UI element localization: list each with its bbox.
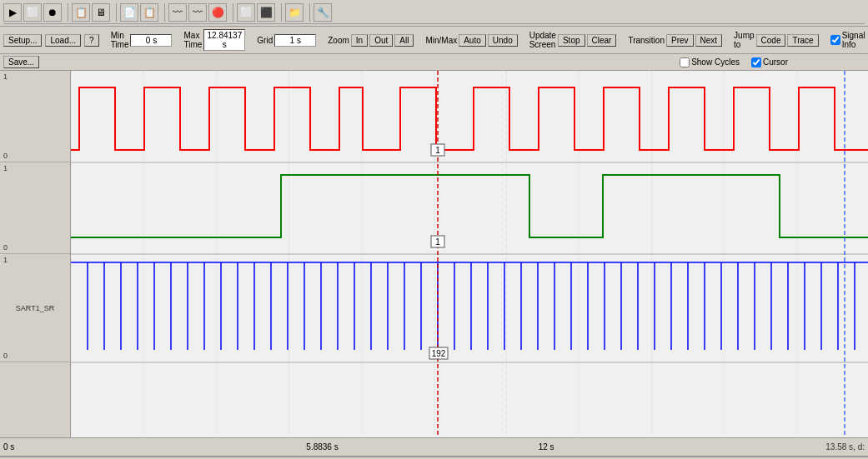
toolbar-btn-9[interactable]: 〰 bbox=[188, 3, 207, 22]
min-time-group: Min Time 0 s bbox=[111, 31, 173, 49]
cursor-checkbox-label[interactable]: Cursor bbox=[751, 57, 788, 67]
waveform-display[interactable]: 1 1 192 bbox=[71, 71, 868, 437]
toolbar-btn-2[interactable]: ⬜ bbox=[23, 3, 42, 22]
show-cycles-label: Show Cycles bbox=[691, 57, 740, 67]
sig3-hi: 1 bbox=[3, 256, 67, 264]
signal-row-label-1: 1 0 bbox=[0, 71, 70, 162]
stop-button[interactable]: Stop bbox=[558, 34, 585, 47]
separator-2 bbox=[113, 3, 117, 22]
signal-row-label-2: 1 0 bbox=[0, 162, 70, 254]
show-cycles-checkbox-label[interactable]: Show Cycles bbox=[680, 57, 740, 67]
toolbar-btn-12[interactable]: ⬛ bbox=[257, 3, 275, 22]
toolbar-btn-6[interactable]: 📄 bbox=[120, 3, 138, 22]
toolbar-btn-13[interactable]: 📁 bbox=[285, 3, 304, 22]
max-time-group: Max Time 12.84137 s bbox=[183, 29, 245, 51]
load-button[interactable]: Load... bbox=[45, 34, 81, 47]
zoom-all-button[interactable]: All bbox=[394, 34, 414, 47]
separator-1 bbox=[65, 3, 68, 22]
sig1-hi: 1 bbox=[3, 72, 67, 81]
show-cycles-checkbox[interactable] bbox=[680, 57, 690, 67]
svg-text:1: 1 bbox=[435, 237, 440, 247]
zoom-in-button[interactable]: In bbox=[351, 34, 368, 47]
trace-button[interactable]: Trace bbox=[787, 34, 818, 47]
toolbar-btn-14[interactable]: 🔧 bbox=[314, 3, 332, 22]
status-bar: 📄 Disassembly 📊 Logic Analyzer 📈 System … bbox=[0, 456, 868, 459]
toolbar-btn-4[interactable]: 📋 bbox=[72, 3, 90, 22]
auto-button[interactable]: Auto bbox=[459, 34, 486, 47]
jumpto-label: Jump to bbox=[734, 31, 754, 49]
cursor-label: Cursor bbox=[763, 57, 788, 67]
time-mid: 12 s bbox=[539, 442, 554, 452]
help-button[interactable]: ? bbox=[84, 34, 99, 47]
toolbar-btn-8[interactable]: 〰 bbox=[168, 3, 187, 22]
control-bar: Setup... Load... ? Min Time 0 s Max Time… bbox=[0, 27, 868, 54]
control-bar-2: Save... Show Cycles Cursor bbox=[0, 54, 868, 71]
zoom-label: Zoom bbox=[328, 36, 349, 45]
min-time-value: 0 s bbox=[130, 34, 172, 47]
icon-toolbar: ▶ ⬜ ⏺ 📋 🖥 📄 📋 〰 〰 🔴 ⬜ ⬛ 📁 🔧 bbox=[3, 2, 865, 24]
toolbar-btn-11[interactable]: ⬜ bbox=[237, 3, 255, 22]
separator-6 bbox=[307, 3, 310, 22]
min-time-label: Min Time bbox=[111, 31, 129, 49]
separator-4 bbox=[230, 3, 233, 22]
minmax-label: Min/Max bbox=[425, 36, 457, 45]
toolbar-btn-3[interactable]: ⏺ bbox=[43, 3, 62, 22]
time-end-cursor: 13.58 s, d: bbox=[825, 442, 865, 452]
prev-button[interactable]: Prev bbox=[666, 34, 694, 47]
toolbar-btn-7[interactable]: 📋 bbox=[140, 3, 158, 22]
signal-labels-panel: 1 0 1 0 1 SART1_SR 0 bbox=[0, 71, 71, 437]
undo-button[interactable]: Undo bbox=[488, 34, 518, 47]
sig1-lo: 0 bbox=[3, 152, 67, 160]
signal-row-label-3: 1 SART1_SR 0 bbox=[0, 254, 70, 362]
separator-5 bbox=[278, 3, 282, 22]
svg-text:192: 192 bbox=[432, 349, 446, 358]
time-axis-bar: 0 s 5.8836 s 12 s 13.58 s, d: bbox=[0, 437, 868, 456]
code-button[interactable]: Code bbox=[756, 34, 786, 47]
update-label: Update Screen bbox=[529, 31, 556, 49]
sig3-name: SART1_SR bbox=[3, 304, 67, 312]
transition-label: Transition bbox=[628, 36, 665, 45]
svg-text:1: 1 bbox=[435, 146, 440, 155]
sig2-hi: 1 bbox=[3, 164, 67, 172]
time-cursor: 5.8836 s bbox=[306, 442, 338, 452]
jumpto-group: Jump to Code Trace bbox=[734, 31, 819, 49]
grid-label: Grid bbox=[257, 36, 273, 45]
time-start: 0 s bbox=[3, 442, 14, 452]
save-button[interactable]: Save... bbox=[3, 56, 39, 68]
clear-button[interactable]: Clear bbox=[587, 34, 617, 47]
zoom-group: Zoom In Out All bbox=[328, 34, 414, 47]
cursor-time-value: 5.8836 s bbox=[306, 442, 338, 452]
main-waveform-area: 1 0 1 0 1 SART1_SR 0 bbox=[0, 71, 868, 437]
zoom-out-button[interactable]: Out bbox=[369, 34, 393, 47]
transition-group: Transition Prev Next bbox=[628, 34, 722, 47]
sig3-lo: 0 bbox=[3, 352, 67, 360]
setup-button[interactable]: Setup... bbox=[3, 34, 42, 47]
update-group: Update Screen Stop Clear bbox=[529, 31, 617, 49]
max-time-label: Max Time bbox=[183, 31, 202, 49]
toolbar-btn-5[interactable]: 🖥 bbox=[92, 3, 110, 22]
grid-group: Grid 1 s bbox=[257, 34, 316, 47]
grid-value: 1 s bbox=[274, 34, 316, 47]
toolbar-btn-10[interactable]: 🔴 bbox=[208, 3, 227, 22]
sig2-lo: 0 bbox=[3, 243, 67, 252]
signal-info-label: Signal Info bbox=[842, 31, 865, 49]
waveform-svg: 1 1 192 bbox=[71, 71, 868, 437]
minmax-group: Min/Max Auto Undo bbox=[425, 34, 517, 47]
max-time-value: 12.84137 s bbox=[203, 29, 245, 51]
next-button[interactable]: Next bbox=[695, 34, 723, 47]
signal-info-checkbox[interactable] bbox=[830, 35, 840, 45]
cursor-checkbox[interactable] bbox=[751, 57, 761, 67]
toolbar-btn-1[interactable]: ▶ bbox=[3, 3, 22, 22]
signal-info-checkbox-label[interactable]: Signal Info bbox=[830, 31, 865, 49]
separator-3 bbox=[162, 3, 165, 22]
